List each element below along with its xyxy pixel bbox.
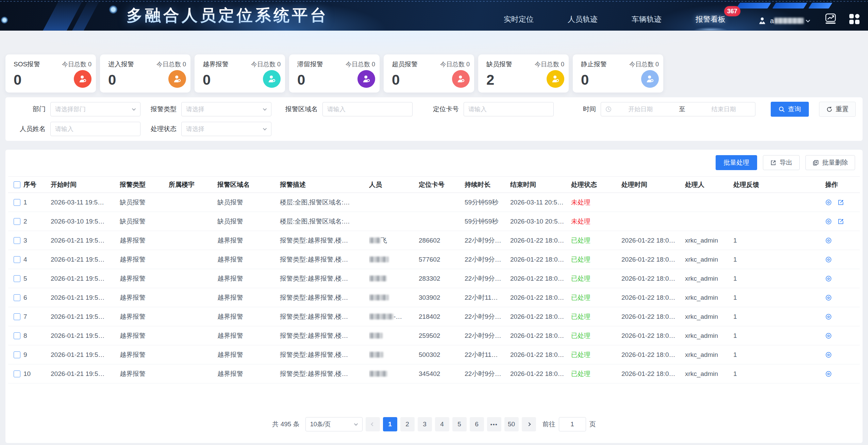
export-button[interactable]: 导出 [763,155,800,170]
page-ellipsis[interactable]: ••• [487,417,501,431]
page-button-5[interactable]: 5 [452,417,467,431]
nav-item-4[interactable]: 报警看板367 [696,14,725,24]
user-menu[interactable]: a [758,16,810,31]
table-row[interactable]: 52026-01-21 19:5…越界报警越界报警报警类型:越界报警,楼…283… [8,269,860,288]
cell-area-name: 越界报警 [217,326,280,345]
cell-actions [825,231,860,250]
table-row[interactable]: 92026-01-21 19:5…越界报警越界报警报警类型:越界报警,楼…500… [8,345,860,364]
cell-area-name: 越界报警 [217,288,280,307]
page-button-4[interactable]: 4 [435,417,449,431]
view-icon[interactable] [825,256,832,263]
row-checkbox[interactable] [14,313,20,320]
cell-handler [685,193,733,212]
table-row[interactable]: 62026-01-21 19:5…越界报警越界报警报警类型:越界报警,楼…303… [8,288,860,307]
table-row[interactable]: 102026-01-21 19:5…越界报警越界报警报警类型:越界报警,楼…34… [8,364,860,383]
table-row[interactable]: 32026-01-21 19:5…越界报警越界报警报警类型:越界报警,楼…飞28… [8,231,860,250]
nav-item-3[interactable]: 车辆轨迹 [632,14,662,24]
next-page-button[interactable] [522,417,536,431]
table-row[interactable]: 22026-03-10 19:5…缺员报警缺员报警楼层:全图,报警区域名:…59… [8,212,860,231]
reset-button[interactable]: 重置 [819,102,856,117]
card-no-field [464,102,554,116]
table-row[interactable]: 42026-01-21 19:5…越界报警越界报警报警类型:越界报警,楼…577… [8,250,860,269]
view-icon[interactable] [825,294,832,301]
view-icon[interactable] [825,370,832,377]
page-button-3[interactable]: 3 [418,417,432,431]
row-checkbox[interactable] [14,332,20,339]
cell-start-time: 2026-01-21 19:5… [51,288,120,307]
table-row[interactable]: 12026-03-11 19:5…缺员报警缺员报警楼层:全图,报警区域名:…59… [8,193,860,212]
view-icon[interactable] [825,351,832,358]
table-header: 序号开始时间报警类型所属楼宇报警区域名报警描述人员定位卡号持续时长结束时间处理状… [8,177,860,193]
table-row[interactable]: 72026-01-21 19:5…越界报警越界报警报警类型:越界报警,楼…-…2… [8,307,860,326]
cell-handle-time: 2026-01-22 18:0… [621,364,685,383]
search-button[interactable]: 查询 [771,102,809,117]
edit-icon[interactable] [837,199,844,206]
page-button-50[interactable]: 50 [504,417,519,431]
page-button-2[interactable]: 2 [400,417,415,431]
app-title: 多融合人员定位系统平台 [127,5,329,26]
row-checkbox[interactable] [14,256,20,263]
goto-page-input[interactable] [559,417,586,431]
cell-person [369,345,419,364]
cell-description: 报警类型:越界报警,楼… [280,345,369,364]
department-select[interactable]: 请选择部门 [50,102,140,116]
cell-card-no: 259502 [419,326,465,345]
nav-item-2[interactable]: 人员轨迹 [568,14,598,24]
cell-card-no: 303902 [419,288,465,307]
cell-area-name: 越界报警 [217,345,280,364]
page-button-6[interactable]: 6 [470,417,484,431]
cell-feedback: 1 [733,288,825,307]
header-decor-bars [738,3,831,9]
batch-handle-button[interactable]: 批量处理 [716,155,757,170]
cell-alarm-type: 越界报警 [120,364,169,383]
chevron-left-icon [371,422,374,426]
table-row[interactable]: 82026-01-21 19:5…越界报警越界报警报警类型:越界报警,楼…259… [8,326,860,345]
select-all-checkbox[interactable] [14,181,20,188]
goto-label: 前往 [542,420,555,429]
row-checkbox[interactable] [14,199,20,206]
row-checkbox[interactable] [14,294,20,301]
view-icon[interactable] [825,237,832,244]
page-size-select[interactable]: 10条/页 [305,417,363,431]
area-name-input[interactable] [327,106,408,113]
cell-person [369,326,419,345]
person-name-blurred [369,333,383,339]
row-checkbox[interactable] [14,370,20,377]
cell-handler: xrkc_admin [685,364,733,383]
view-icon[interactable] [825,199,832,206]
column-header: 结束时间 [510,177,571,193]
monitor-chart-button[interactable] [823,12,838,26]
cell-handler: xrkc_admin [685,250,733,269]
row-checkbox[interactable] [14,275,20,282]
row-checkbox[interactable] [14,351,20,358]
prev-page-button[interactable] [366,417,380,431]
card-no-input[interactable] [468,106,549,113]
view-icon[interactable] [825,313,832,320]
nav-item-1[interactable]: 实时定位 [504,14,534,24]
app-grid-button[interactable] [847,12,862,26]
edit-icon[interactable] [837,218,844,225]
cell-handler [685,212,733,231]
pagination-total: 共 495 条 [272,420,299,429]
cell-status: 已处理 [571,364,621,383]
stat-card-title: 静止报警 [581,60,607,69]
date-range-picker[interactable]: 开始日期 至 结束日期 [601,102,755,116]
person-name-blurred [369,352,383,358]
cell-status: 已处理 [571,250,621,269]
status-badge: 已处理 [571,256,590,263]
page-button-1[interactable]: 1 [383,417,397,431]
row-checkbox[interactable] [14,218,20,225]
cell-person [369,288,419,307]
stranded-alarm-icon [357,70,375,88]
batch-delete-button[interactable]: 批量删除 [805,155,855,170]
view-icon[interactable] [825,275,832,282]
stat-card-title: 滞留报警 [297,60,323,69]
cell-start-time: 2026-01-21 19:5… [51,345,120,364]
view-icon[interactable] [825,218,832,225]
view-icon[interactable] [825,332,832,339]
cell-area-name: 越界报警 [217,364,280,383]
handle-status-select[interactable]: 请选择 [181,122,271,136]
row-checkbox[interactable] [14,237,20,244]
person-name-input[interactable] [55,126,136,133]
alarm-type-select[interactable]: 请选择 [181,102,271,116]
